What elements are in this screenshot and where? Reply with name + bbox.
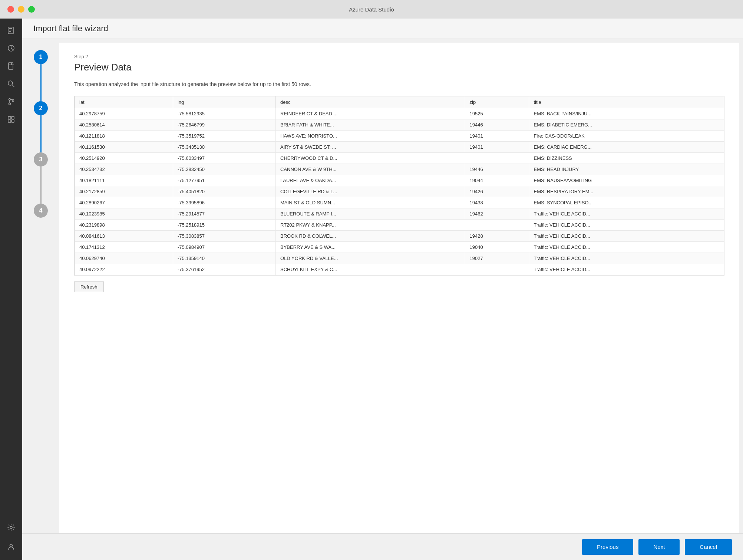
svg-line-8 [12,85,14,87]
table-cell: 40.0629740 [75,253,173,264]
table-row: 40.1821111-75.1277951LAUREL AVE & OAKDA.… [75,175,724,186]
preview-table: lat lng desc zip title 40.2978759-75.581… [75,96,724,275]
sidebar-icon-explorer[interactable] [3,22,19,39]
table-cell: 40.1741312 [75,242,173,253]
sidebar-icon-settings[interactable] [3,519,19,536]
table-row: 40.0972222-75.3761952SCHUYLKILL EXPY & C… [75,264,724,275]
table-cell: Traffic: VEHICLE ACCID... [529,208,724,220]
step-circle-4: 4 [34,204,48,218]
step-description: This operation analyzed the input file s… [74,80,724,88]
table-cell: -75.2832450 [173,164,275,175]
main-area: Import flat file wizard 1 2 3 [22,19,743,560]
sidebar-icon-search[interactable] [3,76,19,92]
cancel-button[interactable]: Cancel [685,539,732,555]
table-cell: EMS: DIZZINESS [529,153,724,164]
next-button[interactable]: Next [638,539,680,555]
sidebar-icon-git[interactable] [3,93,19,110]
table-cell: RT202 PKWY & KNAPP... [276,220,465,231]
previous-button[interactable]: Previous [582,539,633,555]
table-cell: Traffic: VEHICLE ACCID... [529,231,724,242]
step-line-2-3 [40,115,42,152]
table-cell: 40.2172859 [75,186,173,197]
svg-rect-1 [9,28,12,29]
refresh-button[interactable]: Refresh [74,281,104,292]
sidebar-icon-history[interactable] [3,40,19,56]
table-row: 40.2319898-75.2518915RT202 PKWY & KNAPP.… [75,220,724,231]
table-cell [465,220,529,231]
table-cell: Traffic: VEHICLE ACCID... [529,253,724,264]
table-cell: Traffic: VEHICLE ACCID... [529,242,724,253]
table-cell [465,264,529,275]
table-cell: 19446 [465,164,529,175]
table-row: 40.1741312-75.0984907BYBERRY AVE & S WA.… [75,242,724,253]
table-header: lat lng desc zip title [75,96,724,108]
table-cell: LAUREL AVE & OAKDA... [276,175,465,186]
table-cell: 19027 [465,253,529,264]
table-cell: -75.6033497 [173,153,275,164]
table-cell: 40.2514920 [75,153,173,164]
table-cell: 40.0841613 [75,231,173,242]
table-row: 40.2978759-75.5812935REINDEER CT & DEAD … [75,108,724,119]
table-cell: AIRY ST & SWEDE ST; ... [276,142,465,153]
table-cell: BYBERRY AVE & S WA... [276,242,465,253]
svg-rect-14 [8,120,11,122]
table-row: 40.0841613-75.3083857BROOK RD & COLWEL..… [75,231,724,242]
table-row: 40.1023985-75.2914577BLUEROUTE & RAMP I.… [75,208,724,220]
step-line-3-4 [40,167,42,204]
table-cell: -75.3435130 [173,142,275,153]
table-row: 40.1211818-75.3519752HAWS AVE; NORRISTO.… [75,131,724,142]
svg-rect-3 [9,31,11,32]
step-circle-3: 3 [34,152,48,167]
sidebar-bottom [3,519,19,560]
table-cell: -75.3995896 [173,197,275,208]
table-row: 40.2534732-75.2832450CANNON AVE & W 9TH.… [75,164,724,175]
svg-point-10 [9,103,11,105]
table-cell: EMS: NAUSEA/VOMITING [529,175,724,186]
table-cell: BROOK RD & COLWEL... [276,231,465,242]
step-line-1-2 [40,64,42,101]
table-cell: -75.3083857 [173,231,275,242]
table-cell [465,153,529,164]
table-cell: EMS: CARDIAC EMERG... [529,142,724,153]
table-cell: CHERRYWOOD CT & D... [276,153,465,164]
table-cell: 19401 [465,142,529,153]
table-cell: -75.1359140 [173,253,275,264]
app-body: Import flat file wizard 1 2 3 [0,19,743,560]
sidebar-icon-account[interactable] [3,538,19,555]
sidebar-icon-extensions[interactable] [3,111,19,128]
col-header-lng: lng [173,96,275,108]
sidebar [0,19,22,560]
table-cell: 40.1211818 [75,131,173,142]
window-controls [7,6,35,13]
sidebar-icon-file[interactable] [3,58,19,74]
page-title: Import flat file wizard [33,24,108,33]
table-cell: 19446 [465,119,529,131]
wizard-content: Step 2 Preview Data This operation analy… [59,43,739,533]
step-circle-2: 2 [34,101,48,115]
svg-rect-15 [11,120,14,122]
table-cell: -75.2646799 [173,119,275,131]
preview-table-container[interactable]: lat lng desc zip title 40.2978759-75.581… [74,96,724,276]
table-cell: 19438 [465,197,529,208]
table-cell: OLD YORK RD & VALLE... [276,253,465,264]
table-cell: Traffic: VEHICLE ACCID... [529,220,724,231]
svg-point-9 [9,99,11,101]
table-row: 40.2172859-75.4051820COLLEGEVILLE RD & L… [75,186,724,197]
table-cell: 40.2978759 [75,108,173,119]
table-cell: 40.1821111 [75,175,173,186]
close-button[interactable] [7,6,14,13]
table-cell: EMS: HEAD INJURY [529,164,724,175]
step-title: Preview Data [74,62,724,73]
table-cell: -75.2518915 [173,220,275,231]
table-cell: BRIAR PATH & WHITE... [276,119,465,131]
table-cell: HAWS AVE; NORRISTO... [276,131,465,142]
svg-rect-5 [9,63,13,69]
table-row: 40.2890267-75.3995896MAIN ST & OLD SUMN.… [75,197,724,208]
minimize-button[interactable] [18,6,24,13]
footer: Previous Next Cancel [22,533,743,560]
table-cell: 19426 [465,186,529,197]
maximize-button[interactable] [28,6,35,13]
col-header-zip: zip [465,96,529,108]
table-row: 40.2514920-75.6033497CHERRYWOOD CT & D..… [75,153,724,164]
step-label: Step 2 [74,54,724,59]
